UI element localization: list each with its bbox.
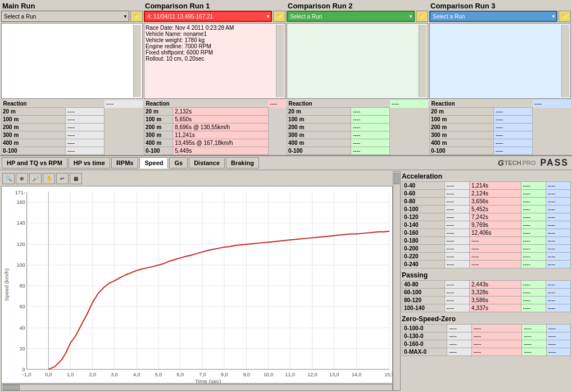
table-row: 0-180 ---- ---- ---- ---- (402, 237, 571, 245)
svg-text:11,0: 11,0 (285, 372, 295, 377)
table-row: 80-120 ---- 3,586s ---- ---- (402, 297, 571, 304)
tool-zoom-in[interactable]: 🔍 (2, 173, 15, 184)
svg-text:Time (sec): Time (sec) (195, 378, 221, 383)
table-row: 0-40 ---- 1,214s ---- ---- (402, 182, 571, 190)
main-stats: Reaction---- 20 m---- 100 m---- 200 m---… (1, 100, 143, 155)
stats-section: Reaction---- 20 m---- 100 m---- 200 m---… (0, 100, 572, 155)
passing-table: 40-80 ---- 2,443s ---- ---- 60-100 ---- … (402, 280, 571, 312)
svg-text:2,0: 2,0 (89, 372, 96, 377)
acceleration-title: Acceleration (402, 171, 571, 181)
svg-rect-0 (2, 186, 392, 383)
table-row: 0-80 ---- 3,656s ---- ---- (402, 198, 571, 206)
table-row: 0-MAX-0 ---- ---- ---- ---- (402, 348, 571, 356)
comp3-run-panel: Comparison Run 3 Select a Run ▼ 📁 (429, 1, 571, 99)
table-row: 0-240 ---- ---- ---- ---- (402, 261, 571, 268)
main-run-panel: Main Run Select a Run ▼ 📁 (1, 1, 143, 99)
svg-text:10,0: 10,0 (264, 372, 273, 377)
svg-text:5,0: 5,0 (155, 372, 162, 377)
main-run-info (1, 23, 143, 99)
main-run-dropdown[interactable]: Select a Run (1, 11, 129, 22)
svg-text:171-: 171- (15, 190, 25, 195)
comp3-run-title: Comparison Run 3 (429, 1, 571, 11)
tab-speed[interactable]: Speed (139, 157, 168, 168)
svg-text:14,0: 14,0 (352, 372, 361, 377)
table-row: 0-100 ---- 5,452s ---- ---- (402, 206, 571, 213)
svg-text:7,0: 7,0 (199, 372, 206, 377)
svg-text:80: 80 (20, 283, 25, 289)
chart-area: 🔍 ⊕ 🔎 ✋ ↩ ▦ Speed (km/h) (0, 170, 393, 392)
comp2-run-title: Comparison Run 2 (287, 1, 428, 11)
comp3-run-dropdown[interactable]: Select a Run (429, 11, 557, 22)
comp1-run-folder-btn[interactable]: 📁 (273, 11, 285, 22)
svg-text:20: 20 (20, 346, 25, 352)
table-row: 0-200 ---- ---- ---- ---- (402, 245, 571, 253)
passing-title: Passing (402, 270, 571, 280)
acceleration-table: 0-40 ---- 1,214s ---- ---- 0-60 ---- 2,1… (402, 181, 571, 268)
svg-text:160: 160 (17, 199, 25, 205)
svg-text:1,0: 1,0 (67, 372, 74, 377)
comp1-run-dropdown[interactable]: 4: 11/04/11 13.495-167.21 (144, 11, 272, 22)
chart-toolbar: 🔍 ⊕ 🔎 ✋ ↩ ▦ (1, 171, 393, 186)
comp2-stats: Reaction---- 20 m---- 100 m---- 200 m---… (287, 100, 428, 155)
comp1-stats: Reaction---- 20 m2,132s 100 m5,650s 200 … (144, 100, 285, 155)
svg-text:140: 140 (17, 220, 25, 226)
table-row: 60-100 ---- 3,328s ---- ---- (402, 289, 571, 297)
chart-plot: Speed (km/h) (1, 186, 393, 384)
svg-text:6,0: 6,0 (177, 372, 184, 377)
tool-reset[interactable]: ↩ (56, 173, 69, 184)
comp2-run-dropdown[interactable]: Select a Run (287, 11, 415, 22)
tool-zoom-out[interactable]: 🔎 (29, 173, 42, 184)
table-row: 0-60 ---- 2,124s ---- ---- (402, 190, 571, 198)
svg-text:60: 60 (20, 304, 25, 309)
svg-text:120: 120 (17, 241, 25, 247)
svg-text:9,0: 9,0 (243, 372, 250, 377)
comp3-run-info (429, 23, 571, 99)
svg-text:40: 40 (20, 325, 25, 331)
comp2-run-panel: Comparison Run 2 Select a Run ▼ 📁 (287, 1, 428, 99)
table-row: 40-80 ---- 2,443s ---- ---- (402, 281, 571, 289)
table-row: 0-130-0 ---- ---- ---- ---- (402, 332, 571, 340)
table-row: 0-220 ---- ---- ---- ---- (402, 253, 571, 261)
svg-text:3,0: 3,0 (111, 372, 117, 377)
table-row: 100-140 ---- 4,337s ---- ---- (402, 304, 571, 312)
main-run-folder-btn[interactable]: 📁 (130, 11, 143, 22)
comp2-run-info (287, 23, 428, 99)
tab-hp-tq-rpm[interactable]: HP and TQ vs RPM (2, 157, 67, 168)
svg-text:4,0: 4,0 (133, 372, 140, 377)
tool-zoom-box[interactable]: ⊕ (16, 173, 28, 184)
tab-rpms[interactable]: RPMs (111, 157, 139, 168)
comp3-stats: Reaction---- 20 m---- 100 m---- 200 m---… (429, 100, 571, 155)
comp1-run-title: Comparison Run 1 (144, 1, 285, 11)
tool-pan[interactable]: ✋ (43, 173, 55, 184)
tab-distance[interactable]: Distance (189, 157, 225, 168)
svg-text:13,0: 13,0 (329, 372, 339, 377)
table-row: 0-140 ---- 9,769s ---- ---- (402, 221, 571, 229)
main-run-title: Main Run (1, 1, 143, 11)
comp3-run-folder-btn[interactable]: 📁 (559, 11, 571, 22)
svg-text:-1,0: -1,0 (22, 372, 31, 377)
svg-text:0: 0 (22, 367, 25, 372)
svg-text:100: 100 (17, 262, 25, 268)
table-row: 0-100-0 ---- ---- ---- ---- (402, 325, 571, 332)
chart-vscrollbar[interactable] (393, 171, 401, 391)
svg-text:Speed (km/h): Speed (km/h) (3, 268, 10, 301)
table-row: 0-160 ---- 12,406s ---- ---- (402, 229, 571, 237)
tab-braking[interactable]: Braking (226, 157, 259, 168)
zsz-title: Zero-Speed-Zero (402, 314, 571, 324)
right-stats-panel: Acceleration 0-40 ---- 1,214s ---- ---- … (401, 170, 572, 392)
table-row: 0-120 ---- 7,242s ---- ---- (402, 213, 571, 221)
table-row: 0-160-0 ---- ---- ---- ---- (402, 340, 571, 348)
zsz-table: 0-100-0 ---- ---- ---- ---- 0-130-0 ----… (402, 324, 571, 356)
tab-gs[interactable]: Gs (169, 157, 188, 168)
tabs-row: HP and TQ vs RPM HP vs time RPMs Speed G… (0, 155, 572, 170)
logo-area: G TECH PRO PASS (498, 158, 569, 168)
svg-text:12,0: 12,0 (307, 372, 317, 377)
comp1-run-info: Race Date: Nov 4 2011 0:23:28 AMVehicle … (144, 23, 285, 99)
svg-text:8,0: 8,0 (221, 372, 228, 377)
tab-hp-time[interactable]: HP vs time (69, 157, 110, 168)
svg-text:15,5: 15,5 (384, 372, 392, 377)
comp1-run-panel: Comparison Run 1 4: 11/04/11 13.495-167.… (144, 1, 285, 99)
tool-grid[interactable]: ▦ (70, 173, 82, 184)
comp2-run-folder-btn[interactable]: 📁 (416, 11, 428, 22)
svg-text:0,0: 0,0 (45, 372, 52, 377)
